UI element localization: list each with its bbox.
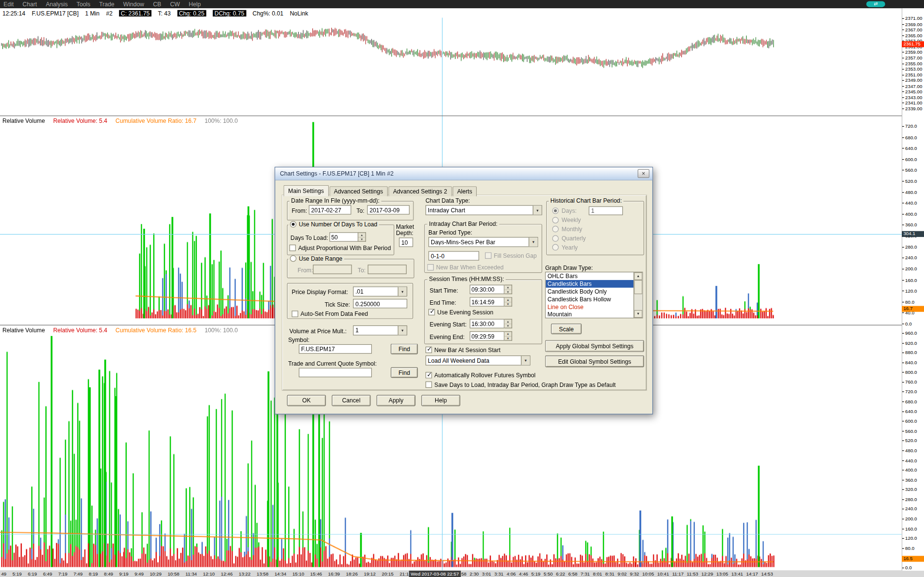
hist-period-weekly[interactable]: Weekly [552,217,581,223]
checkbox-label: Automatically Rollover Futures Symbol [434,372,535,378]
use-evening-session-checkbox[interactable]: Use Evening Session [428,309,493,315]
listbox-scrollbar[interactable] [633,272,642,318]
spin-up-icon[interactable] [504,320,512,325]
trade-quote-symbol-input[interactable] [299,368,372,378]
symbol-input[interactable] [299,344,372,354]
spin-down-icon[interactable] [504,324,512,328]
tick-size-input[interactable] [353,299,407,309]
weekend-data-dropdown[interactable]: Load All Weekend Data [425,355,530,366]
chart-data-type-dropdown[interactable]: Intraday Chart [425,205,542,215]
scale-label: 360.0 [905,222,917,228]
scale-button[interactable]: Scale [551,324,582,334]
use-days-to-load-radio[interactable]: Use Number Of Days To Load [288,221,379,227]
bar-period-value-input[interactable] [428,251,479,261]
apply-button[interactable]: Apply [377,395,415,406]
graph-draw-type-listbox[interactable]: OHLC BarsCandlestick BarsCandlestick Bod… [545,272,643,318]
save-as-default-checkbox[interactable]: Save Days to Load, Intraday Bar Period, … [425,382,616,388]
dropdown-arrow-icon[interactable] [398,326,407,335]
cancel-button[interactable]: Cancel [332,395,370,406]
start-time-stepper[interactable] [469,285,512,295]
graph-draw-option[interactable]: Candlestick Body Only [546,288,634,296]
bar-period-type-dropdown[interactable]: Days-Mins-Secs Per Bar [428,237,538,247]
spin-up-icon[interactable] [504,285,512,290]
tab-main-settings[interactable]: Main Settings [283,185,328,196]
cumulative-ratio-badge: 16.7 [902,306,924,312]
dialog-title-bar[interactable]: Chart Settings - F.US.EPM17 [CB] 1 Min #… [275,167,652,180]
link-toggle-button[interactable] [866,1,885,7]
menu-chart[interactable]: Chart [23,1,37,7]
hist-period-days[interactable]: Days: [552,207,577,214]
panel-divider[interactable] [0,116,924,116]
menu-analysis[interactable]: Analysis [46,1,68,7]
tab-advanced-settings-2[interactable]: Advanced Settings 2 [388,186,452,196]
market-depth-input[interactable] [399,237,413,247]
scroll-up-icon[interactable] [634,272,642,280]
graph-draw-option[interactable]: Line on Close [546,303,634,311]
time-label: 21:1 [399,571,409,577]
apply-global-symbol-settings-button[interactable]: Apply Global Symbol Settings [545,340,644,352]
ok-button[interactable]: OK [287,395,326,406]
scale-tick [902,353,904,353]
menu-cb[interactable]: CB [153,1,161,7]
dropdown-arrow-icon[interactable] [521,356,529,365]
new-bar-at-session-start-checkbox[interactable]: New Bar At Session Start [425,347,500,353]
scale-tick [902,86,904,87]
graph-draw-option[interactable]: Candlestick Bars Hollow [546,296,634,303]
scale-row: 2355.00 [902,61,922,66]
spin-up-icon[interactable] [504,332,512,337]
end-time-stepper[interactable] [469,297,512,307]
file-date-from-input[interactable] [309,205,352,215]
menu-trade[interactable]: Trade [99,1,114,7]
price-chart[interactable] [0,18,902,116]
spin-down-icon[interactable] [504,337,512,341]
evening-start-stepper[interactable] [469,319,512,328]
days-to-load-stepper[interactable] [329,232,366,242]
find-trade-symbol-button[interactable]: Find [391,367,418,378]
scroll-down-icon[interactable] [634,310,642,318]
scrollbar-thumb[interactable] [634,280,642,294]
hist-period-yearly[interactable]: Yearly [552,244,578,251]
days-to-load-input[interactable] [329,232,358,242]
scale-label: 400.0 [905,468,917,473]
tab-alerts[interactable]: Alerts [453,186,477,196]
rollover-futures-checkbox[interactable]: Automatically Rollover Futures Symbol [425,372,536,378]
price-display-format-dropdown[interactable]: .01 [353,286,407,296]
file-date-to-input[interactable] [367,205,410,215]
menu-help[interactable]: Help [189,1,201,7]
hist-period-quarterly[interactable]: Quarterly [552,235,586,241]
dialog-close-button[interactable] [638,169,649,178]
tab-advanced-settings[interactable]: Advanced Settings [329,186,388,196]
graph-draw-option[interactable]: Mountain [546,311,634,318]
hist-period-monthly[interactable]: Monthly [552,226,582,232]
spin-down-icon[interactable] [358,237,366,242]
volume-at-price-mult-dropdown[interactable]: 1 [353,325,407,336]
find-symbol-button[interactable]: Find [391,344,418,355]
spin-up-icon[interactable] [504,297,512,302]
dropdown-arrow-icon[interactable] [533,206,542,214]
spin-down-icon[interactable] [504,290,512,295]
adjust-proportional-checkbox[interactable]: Adjust Proportional With Bar Period [289,245,391,251]
scale-row: 560.0 [902,168,917,173]
evening-start-input[interactable] [469,319,504,328]
menu-cw[interactable]: CW [170,1,180,7]
spin-down-icon[interactable] [504,302,512,307]
dropdown-arrow-icon[interactable] [398,287,407,296]
end-time-input[interactable] [469,297,504,307]
graph-draw-option[interactable]: Candlestick Bars [546,280,634,288]
evening-end-input[interactable] [469,331,504,341]
autoset-datafeed-checkbox[interactable]: Auto-Set From Data Feed [292,311,368,317]
edit-global-symbol-settings-button[interactable]: Edit Global Symbol Settings [545,355,644,367]
dropdown-arrow-icon[interactable] [528,237,537,246]
menu-edit[interactable]: Edit [3,1,14,7]
scale-tick [902,460,904,460]
menu-window[interactable]: Window [123,1,144,7]
volume-at-price-mult-label: Volume at Price Mult.: [289,328,347,334]
menu-tools[interactable]: Tools [76,1,90,7]
use-date-range-radio[interactable]: Use Date Range [288,255,344,262]
time-axis[interactable]: 495:196:196:497:197:498:198:499:199:4910… [0,571,924,577]
help-button[interactable]: Help [421,395,460,406]
start-time-input[interactable] [469,285,504,295]
evening-end-stepper[interactable] [469,331,512,341]
spin-up-icon[interactable] [358,233,366,237]
graph-draw-option[interactable]: OHLC Bars [546,272,634,280]
